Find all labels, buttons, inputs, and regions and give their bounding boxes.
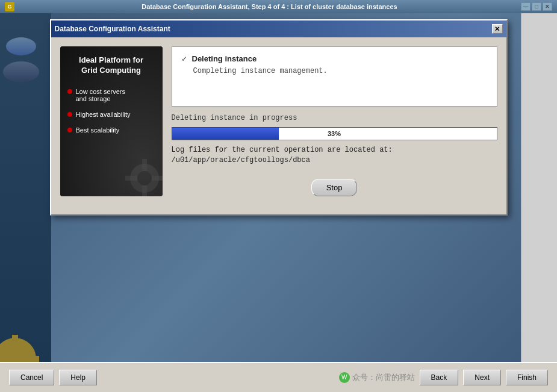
taskbar-app-icon: G <box>5 2 14 11</box>
bullet-icon-2 <box>67 112 72 117</box>
left-panel-item-label-2: Highest availability <box>76 111 131 118</box>
taskbar-buttons: — □ ✕ <box>521 2 552 11</box>
maximize-button[interactable]: □ <box>532 2 541 11</box>
modal-body: Ideal Platform for Grid Computing Low co… <box>51 37 506 205</box>
modal-titlebar: Database Configuration Assistant ✕ <box>51 20 506 37</box>
modal-title: Database Configuration Assistant <box>55 25 170 33</box>
left-panel-item-label-1: Low cost servers and storage <box>76 88 126 102</box>
steps-progress-box: ✓ Deleting instance Completing instance … <box>172 46 497 107</box>
gear-decoration-icon <box>120 154 163 196</box>
cancel-button[interactable]: Cancel <box>9 370 54 385</box>
left-panel-item-2: Highest availability <box>67 111 155 118</box>
progress-status-label: Deleting instance in progress <box>172 114 497 122</box>
stop-button-area: Stop <box>172 179 497 196</box>
modal-bottom-spacer <box>51 205 506 214</box>
log-text-line2: /u01/app/oracle/cfgtoollogs/dbca <box>172 155 497 166</box>
left-panel-item-label-3: Best scalability <box>76 126 120 134</box>
bullet-icon-3 <box>67 128 72 132</box>
svg-rect-3 <box>142 185 147 196</box>
svg-rect-2 <box>142 159 147 171</box>
close-button[interactable]: ✕ <box>543 2 552 11</box>
help-button[interactable]: Help <box>59 370 97 385</box>
bottom-left-buttons: Cancel Help <box>9 370 97 385</box>
progress-bar-percentage: 33% <box>328 130 341 137</box>
desktop: Database Configuration Assistant ✕ Ideal… <box>0 13 557 392</box>
bottom-right-buttons: W 众号：尚雷的驿站 Back Next Finish <box>339 370 548 385</box>
svg-rect-4 <box>125 176 137 181</box>
watermark-text: 众号：尚雷的驿站 <box>352 372 415 383</box>
taskbar-title: Database Configuration Assistant, Step 4… <box>18 3 521 10</box>
next-button[interactable]: Next <box>463 370 501 385</box>
left-panel-item-3: Best scalability <box>67 126 155 134</box>
step-checkmark-icon: ✓ <box>181 55 187 63</box>
progress-bar-container: 33% <box>172 127 497 140</box>
log-info-block: Log files for the current operation are … <box>172 145 497 166</box>
back-button[interactable]: Back <box>420 370 459 385</box>
left-panel-title: Ideal Platform for Grid Computing <box>67 55 155 76</box>
finish-button[interactable]: Finish <box>506 370 548 385</box>
current-step-item: ✓ Deleting instance <box>181 54 488 63</box>
current-step-label: Deleting instance <box>192 54 257 63</box>
bullet-icon-1 <box>67 89 72 94</box>
modal-overlay: Database Configuration Assistant ✕ Ideal… <box>0 13 557 392</box>
current-step-description: Completing instance management. <box>193 67 488 75</box>
stop-button[interactable]: Stop <box>311 179 358 196</box>
left-panel-content: Ideal Platform for Grid Computing Low co… <box>67 55 155 134</box>
minimize-button[interactable]: — <box>521 2 531 11</box>
taskbar: G Database Configuration Assistant, Step… <box>0 0 557 13</box>
log-text-line1: Log files for the current operation are … <box>172 145 497 155</box>
bottom-navigation-bar: Cancel Help W 众号：尚雷的驿站 Back Next Finish <box>0 362 557 392</box>
left-panel-item-1: Low cost servers and storage <box>67 88 155 102</box>
watermark-area: W 众号：尚雷的驿站 <box>339 372 415 383</box>
modal-close-button[interactable]: ✕ <box>492 24 503 34</box>
progress-section: Deleting instance in progress 33% Log fi… <box>172 114 497 166</box>
main-content-area: ✓ Deleting instance Completing instance … <box>172 46 497 196</box>
svg-point-1 <box>137 171 152 185</box>
svg-rect-5 <box>152 176 163 181</box>
modal-dialog: Database Configuration Assistant ✕ Ideal… <box>50 19 508 216</box>
left-decorative-panel: Ideal Platform for Grid Computing Low co… <box>60 46 163 196</box>
progress-bar-fill <box>172 128 279 140</box>
wechat-icon: W <box>339 372 350 383</box>
